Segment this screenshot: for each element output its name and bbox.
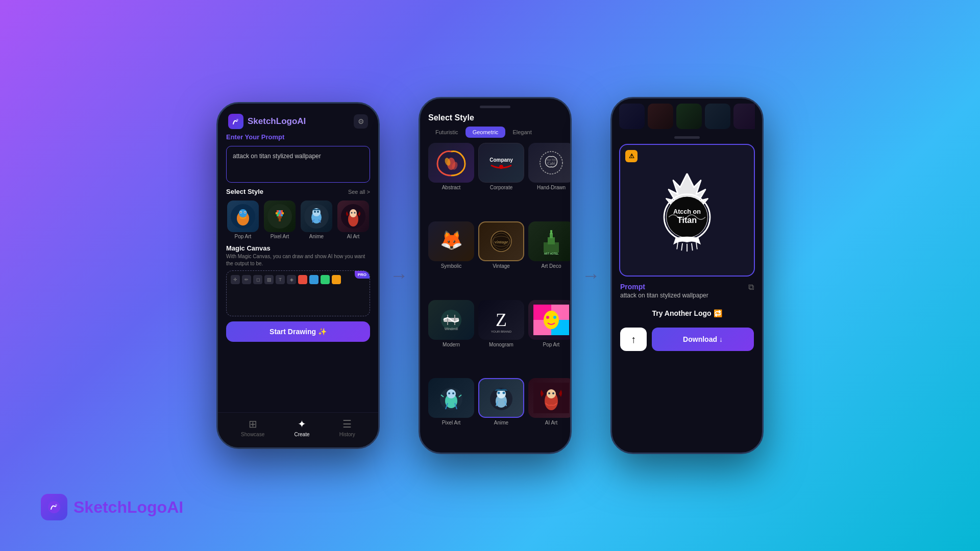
- style-card-vintage[interactable]: vintage Vintage: [478, 221, 524, 296]
- style-card-modern[interactable]: Windmill Modern: [428, 300, 474, 374]
- style-pixel-art[interactable]: Pixel Art: [263, 201, 297, 239]
- anime2-label: Anime: [494, 420, 508, 425]
- style-anime[interactable]: Anime: [300, 201, 333, 239]
- share-button[interactable]: ↑: [620, 328, 647, 351]
- tool-shape[interactable]: ◻: [253, 275, 262, 284]
- svg-point-64: [447, 389, 456, 398]
- history-thumb-2[interactable]: [648, 104, 673, 129]
- settings-button[interactable]: ⚙: [354, 114, 368, 129]
- magic-canvas-title: Magic Canvas: [226, 244, 370, 252]
- svg-point-26: [314, 211, 316, 213]
- main-scene: SketchLogoAI SketchLogoAI ⚙ Enter Your P…: [0, 0, 980, 551]
- tool-fill[interactable]: ▨: [264, 275, 274, 284]
- style-card-pixelart2[interactable]: Pixel Art: [428, 378, 474, 453]
- ai-art-thumb: [337, 201, 369, 232]
- svg-rect-13: [281, 210, 283, 212]
- tab-elegant[interactable]: Elegant: [505, 127, 538, 138]
- svg-point-71: [503, 392, 505, 394]
- vintage-img: vintage: [478, 221, 524, 261]
- share-icon: ↑: [631, 334, 636, 345]
- style-pop-art[interactable]: Pop Art: [226, 201, 260, 239]
- phone2-notch: [480, 106, 510, 108]
- svg-rect-18: [277, 214, 279, 216]
- style-card-anime2[interactable]: Anime: [478, 378, 524, 453]
- start-drawing-button[interactable]: Start Drawing ✨: [226, 321, 370, 342]
- handdrawn-img: Café Bar Me: [528, 143, 570, 183]
- svg-point-65: [448, 392, 450, 394]
- see-all-link[interactable]: See all >: [348, 189, 370, 195]
- svg-point-8: [240, 212, 241, 213]
- tool-color3[interactable]: [321, 275, 330, 284]
- tool-color4[interactable]: [332, 275, 341, 284]
- try-another-button[interactable]: Try Another Logo 🔁: [620, 304, 754, 322]
- tab-geometric[interactable]: Geometric: [465, 127, 506, 138]
- style-grid-3: Abstract Company Corporate: [420, 143, 570, 453]
- abstract-img: [428, 143, 474, 183]
- canvas-area[interactable]: ✛ ✏ ◻ ▨ T ◈ PRO: [226, 270, 370, 316]
- svg-point-30: [350, 209, 357, 217]
- svg-rect-11: [277, 210, 279, 212]
- svg-rect-47: [548, 237, 555, 244]
- tool-color2[interactable]: [309, 275, 318, 284]
- style-ai-art[interactable]: AI Art: [336, 201, 370, 239]
- ai-art-img: [337, 201, 369, 232]
- svg-point-32: [354, 212, 356, 214]
- style-card-aiart2[interactable]: AI Art: [528, 378, 570, 453]
- tool-pen[interactable]: ✏: [242, 275, 251, 284]
- style-card-monogram[interactable]: Z YOUR BRAND Monogram: [478, 300, 524, 374]
- select-style-title: Select Style: [420, 113, 570, 127]
- symbolic-label: Symbolic: [441, 263, 462, 269]
- svg-text:ART HOTEL: ART HOTEL: [544, 252, 559, 255]
- svg-rect-20: [281, 214, 283, 216]
- monogram-label: Monogram: [489, 342, 513, 347]
- svg-text:Company: Company: [489, 157, 513, 163]
- history-thumb-4[interactable]: [705, 104, 730, 129]
- nav-history[interactable]: ☰ History: [339, 418, 355, 437]
- style-card-symbolic[interactable]: 🦊 Symbolic: [428, 221, 474, 296]
- nav-create[interactable]: ✦ Create: [294, 418, 309, 437]
- svg-rect-14: [276, 212, 278, 214]
- svg-text:YOUR BRAND: YOUR BRAND: [491, 330, 512, 333]
- svg-point-0: [48, 501, 60, 513]
- arrow-1: →: [390, 265, 408, 286]
- tool-color1[interactable]: [298, 275, 307, 284]
- history-thumb-3[interactable]: [676, 104, 702, 129]
- style-card-popart[interactable]: Pop Art: [528, 300, 570, 374]
- style-card-handdrawn[interactable]: Café Bar Me Hand-Drawn: [528, 143, 570, 217]
- select-style-row: Select Style See all >: [226, 188, 370, 195]
- app-title: SketchLogoAI: [248, 116, 306, 127]
- style-card-corporate[interactable]: Company Corporate: [478, 143, 524, 217]
- anime-img: [301, 201, 332, 232]
- artdeco-img: ART HOTEL: [528, 221, 570, 261]
- nav-showcase[interactable]: ⊞ Showcase: [241, 418, 264, 437]
- style-card-artdeco[interactable]: ART HOTEL Art Deco: [528, 221, 570, 296]
- download-button[interactable]: Download ↓: [652, 328, 754, 351]
- svg-rect-22: [279, 218, 281, 221]
- style-card-abstract[interactable]: Abstract: [428, 143, 474, 217]
- tool-eraser[interactable]: ◈: [287, 275, 296, 284]
- pro-badge: PRO: [355, 271, 370, 279]
- tool-move[interactable]: ✛: [231, 275, 240, 284]
- monogram-img: Z YOUR BRAND: [478, 300, 524, 340]
- tool-text[interactable]: T: [276, 275, 285, 284]
- svg-point-31: [351, 212, 353, 214]
- pixelart2-img: [428, 378, 474, 418]
- phone1-nav: ⊞ Showcase ✦ Create ☰ History: [218, 412, 378, 447]
- phone1-header: SketchLogoAI ⚙: [218, 104, 378, 133]
- svg-point-61: [553, 316, 556, 319]
- pixel-art-thumb: [264, 201, 296, 232]
- prompt-textarea[interactable]: attack on titan stylized wallpaper: [226, 146, 370, 183]
- svg-rect-15: [278, 212, 280, 214]
- tab-futuristic[interactable]: Futuristic: [428, 127, 465, 138]
- pop-art-label: Pop Art: [235, 234, 252, 239]
- history-thumb-5[interactable]: [733, 104, 755, 129]
- svg-rect-12: [279, 210, 281, 212]
- app-logo-row: SketchLogoAI: [228, 114, 306, 129]
- showcase-icon: ⊞: [249, 418, 257, 430]
- history-thumb-1[interactable]: [619, 104, 645, 129]
- svg-point-1: [55, 504, 57, 506]
- corporate-label: Corporate: [490, 185, 512, 190]
- arrow-2: →: [582, 265, 600, 286]
- copy-button[interactable]: ⧉: [748, 283, 754, 292]
- brand-name: SketchLogoAI: [74, 498, 183, 517]
